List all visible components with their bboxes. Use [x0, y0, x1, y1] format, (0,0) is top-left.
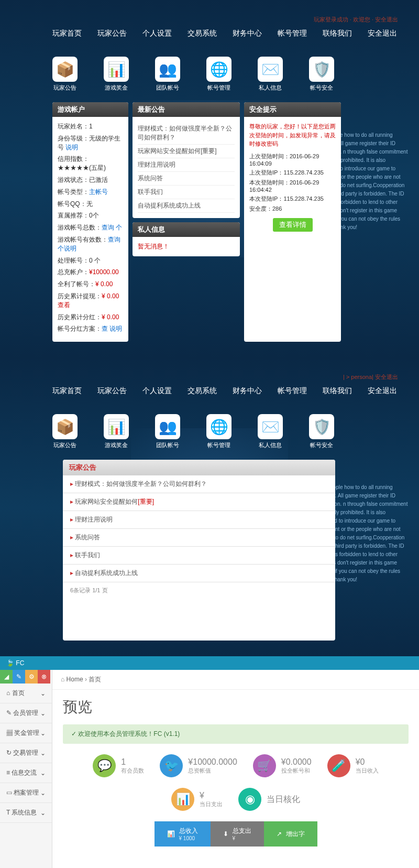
- announce-item[interactable]: 玩家网站安全提醒如何[重要]: [138, 145, 235, 158]
- announce-card: 最新公告 理财模式：如何做强度半全新？公司如何群利？玩家网站安全提醒如何[重要]…: [133, 102, 240, 218]
- account-line: 历史累计提现：¥ 0.00 查看: [58, 292, 123, 310]
- security-card: 安全提示 尊敬的玩家，您好！以下是您近两次登陆的时间，如发现异常，请及时修改密码…: [244, 102, 341, 342]
- quick-icon[interactable]: 🛡️帐号安全: [309, 57, 334, 92]
- top-status-bar: 玩家登录成功 · 欢迎您 · 安全退出: [21, 16, 398, 24]
- sidebar-icon: ▭: [6, 789, 12, 796]
- quick-icon[interactable]: 📦玩家公告: [52, 414, 78, 449]
- breadcrumb-current[interactable]: 首页: [89, 676, 101, 683]
- quick-icon[interactable]: 🌐帐号管理: [206, 57, 231, 92]
- announce-card-title: 最新公告: [133, 102, 240, 117]
- security-info-line: 上次登陆时间：2016-06-29 16:04:09: [249, 153, 336, 167]
- announce-list-row[interactable]: 理财注用说明: [63, 511, 335, 529]
- sidebar-item[interactable]: ✎ 会员管理⌄: [0, 703, 52, 723]
- quick-icon[interactable]: 🌐帐号管理: [206, 414, 231, 449]
- stat-icon: 🐦: [160, 754, 183, 777]
- chevron-down-icon: ⌄: [40, 690, 46, 697]
- announce-list-row[interactable]: 系统问答: [63, 529, 335, 547]
- quick-icon[interactable]: 📊游戏奖金: [104, 414, 129, 449]
- nav-item[interactable]: 玩家首页: [52, 29, 82, 38]
- sidebar-item[interactable]: ↻ 交易管理⌄: [0, 743, 52, 763]
- nav-item[interactable]: 安全退出: [368, 386, 397, 396]
- app-icon: 🛡️: [309, 414, 334, 439]
- account-line: 帐号QQ：无: [58, 200, 123, 209]
- announce-list-row[interactable]: 联手我们: [63, 547, 335, 565]
- player-portal-home: 玩家登录成功 · 欢迎您 · 安全退出 玩家首页玩家公告个人设置交易系统财务中心…: [0, 0, 419, 357]
- nav-item[interactable]: 帐号管理: [278, 386, 307, 396]
- quick-icon[interactable]: ✉️私人信息: [258, 414, 283, 449]
- announce-list-row[interactable]: 玩家网站安全提醒如何[重要]: [63, 493, 335, 511]
- quick-icon[interactable]: 📦玩家公告: [52, 57, 78, 92]
- admin-sidebar: ◢✎⚙⊗ ⌂ 首页⌄✎ 会员管理⌄▦ 奖金管理⌄↻ 交易管理⌄≡ 信息交流⌄▭ …: [0, 670, 52, 868]
- announce-list-row[interactable]: 自动提利系统成功上线: [63, 565, 335, 582]
- action-button[interactable]: 📊总收入¥ 1000: [155, 821, 211, 847]
- theme-color-tab[interactable]: ◢: [0, 670, 13, 683]
- nav-item[interactable]: 玩家公告: [97, 386, 127, 396]
- stat-value: ¥: [200, 791, 223, 800]
- sidebar-item[interactable]: ▦ 奖金管理⌄: [0, 723, 52, 743]
- account-line: 信用指数：★★★★★(五星): [58, 155, 123, 172]
- announce-list-row[interactable]: 理财模式：如何做强度半全新？公司如何群利？: [63, 475, 335, 493]
- nav-item[interactable]: 联络我们: [323, 29, 352, 38]
- announce-item[interactable]: 联手我们: [138, 186, 235, 199]
- stat-icon: 📊: [171, 788, 194, 811]
- stat-icon: 🛒: [253, 754, 276, 777]
- stat-item: 🐦¥10000.0000总资帐值: [160, 754, 237, 777]
- announce-item[interactable]: 自动提利系统成功上线: [138, 199, 235, 213]
- sidebar-icon: ≡: [6, 769, 10, 776]
- nav-item[interactable]: 财务中心: [233, 29, 262, 38]
- nav-item[interactable]: 个人设置: [142, 29, 172, 38]
- action-button[interactable]: ↗增出字: [264, 821, 317, 847]
- breadcrumb: ⌂ Home › 首页: [52, 670, 419, 690]
- theme-color-tab[interactable]: ✎: [13, 670, 25, 683]
- quick-icon[interactable]: 👥团队帐号: [155, 414, 180, 449]
- quick-icon[interactable]: 🛡️帐号安全: [309, 414, 334, 449]
- account-card-title: 游戏帐户: [52, 102, 128, 117]
- account-line: 处理帐号：0 个: [58, 256, 123, 265]
- home-icon[interactable]: ⌂: [61, 676, 64, 683]
- quick-icon[interactable]: 👥团队帐号: [155, 57, 180, 92]
- announce-item[interactable]: 理财注用说明: [138, 158, 235, 172]
- admin-main: ⌂ Home › 首页 预览 ✓ 欢迎使用本会员管理系统！FC (v1.1) 💬…: [52, 670, 419, 868]
- sidebar-item[interactable]: T 系统信息⌄: [0, 803, 52, 823]
- account-line: 帐号类型：主帐号: [58, 188, 123, 197]
- nav-item[interactable]: 财务中心: [233, 386, 262, 396]
- nav-item[interactable]: 交易系统: [188, 386, 217, 396]
- icon-label: 私人信息: [258, 84, 283, 92]
- quick-icon[interactable]: 📊游戏奖金: [104, 57, 129, 92]
- nav-item[interactable]: 玩家首页: [52, 386, 82, 396]
- breadcrumb-home[interactable]: Home: [67, 676, 83, 683]
- nav-item[interactable]: 交易系统: [188, 29, 217, 38]
- sidebar-item[interactable]: ≡ 信息交流⌄: [0, 763, 52, 783]
- chevron-down-icon: ⌄: [40, 769, 46, 777]
- nav-item[interactable]: 安全退出: [368, 29, 397, 38]
- stat-value: 当日核化: [267, 794, 300, 805]
- account-line: 帐号分红方案：查 说明: [58, 324, 123, 333]
- stat-label: 当日支出: [200, 800, 223, 808]
- account-line: 游戏帐号有效数：查询 个说明: [58, 235, 123, 253]
- sidebar-icon: ▦: [6, 729, 13, 736]
- icon-label: 游戏奖金: [104, 441, 129, 449]
- stat-label: 投全帐号和: [281, 767, 312, 775]
- sidebar-item[interactable]: ⌂ 首页⌄: [0, 683, 52, 703]
- stat-item: ◉当日核化: [238, 788, 300, 811]
- quick-icon[interactable]: ✉️私人信息: [258, 57, 283, 92]
- nav-item[interactable]: 帐号管理: [278, 29, 307, 38]
- theme-color-tab[interactable]: ⊗: [38, 670, 50, 683]
- app-icon: 📊: [104, 57, 129, 82]
- nav-item[interactable]: 玩家公告: [97, 29, 127, 38]
- private-message-card: 私人信息 暂无消息！: [133, 222, 240, 256]
- announce-item[interactable]: 理财模式：如何做强度半全新？公司如何群利？: [138, 122, 235, 145]
- stat-item: 🧪¥0当日收入: [327, 754, 379, 777]
- stat-item: 💬1有会员数: [93, 754, 144, 777]
- theme-color-tab[interactable]: ⚙: [25, 670, 38, 683]
- action-button[interactable]: ⬇总支出¥: [211, 821, 264, 847]
- announce-item[interactable]: 系统问答: [138, 172, 235, 186]
- security-info-line: 上次登陆IP：115.228.74.235: [249, 169, 336, 177]
- sidebar-item[interactable]: ▭ 档案管理⌄: [0, 783, 52, 803]
- security-detail-button[interactable]: 查看详情: [273, 218, 313, 232]
- nav-item[interactable]: 个人设置: [142, 386, 172, 396]
- nav-item[interactable]: 联络我们: [323, 386, 352, 396]
- stat-label: 有会员数: [121, 767, 144, 775]
- icon-label: 帐号安全: [309, 441, 334, 449]
- action-icon: 📊: [167, 830, 175, 838]
